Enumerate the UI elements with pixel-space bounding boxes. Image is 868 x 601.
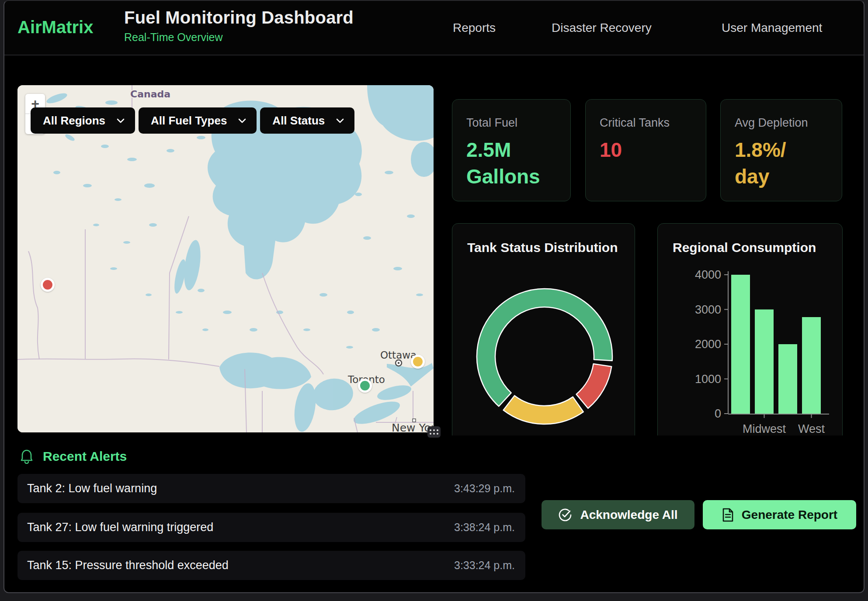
- brand-logo: AirMatrix: [17, 17, 93, 37]
- map-resize-handle[interactable]: [427, 426, 441, 438]
- chevron-down-icon: [117, 118, 125, 123]
- svg-text:2000: 2000: [695, 338, 721, 351]
- alert-row[interactable]: Tank 27: Low fuel warning triggered 3:38…: [17, 513, 525, 542]
- acknowledge-all-label: Acknowledge All: [580, 508, 677, 522]
- bell-icon: [20, 449, 33, 464]
- alert-text: Tank 27: Low fuel warning triggered: [27, 521, 213, 534]
- chevron-down-icon: [336, 118, 344, 123]
- map-label-canada: Canada: [130, 89, 170, 100]
- alert-row[interactable]: Tank 15: Pressure threshold exceeded 3:3…: [17, 551, 525, 580]
- check-circle-icon: [558, 508, 572, 522]
- alert-text: Tank 15: Pressure threshold exceeded: [27, 559, 229, 572]
- nav-disaster-recovery[interactable]: Disaster Recovery: [552, 21, 652, 35]
- svg-text:Midwest: Midwest: [743, 422, 786, 435]
- donut-chart-card: Tank Status Distribution: [452, 223, 635, 435]
- alert-timestamp: 3:38:24 p.m.: [454, 521, 515, 534]
- svg-text:1000: 1000: [695, 373, 721, 386]
- fuel-type-filter-value: All Fuel Types: [151, 114, 227, 128]
- stat-value-total-fuel: 2.5M Gallons: [466, 137, 556, 190]
- bar-chart-title: Regional Consumption: [673, 240, 816, 255]
- svg-text:West: West: [798, 422, 825, 435]
- generate-report-button[interactable]: Generate Report: [703, 500, 856, 529]
- report-document-icon: [722, 508, 734, 522]
- stat-card-avg-depletion: Avg Depletion 1.8%/ day: [720, 99, 842, 201]
- alert-timestamp: 3:33:24 p.m.: [454, 559, 515, 572]
- fuel-type-filter-dropdown[interactable]: All Fuel Types: [139, 107, 257, 134]
- dashboard-window: AirMatrix Fuel Monitoring Dashboard Real…: [3, 0, 865, 593]
- donut-chart-title: Tank Status Distribution: [467, 240, 618, 255]
- nav-reports[interactable]: Reports: [453, 21, 496, 35]
- stat-label: Total Fuel: [466, 116, 556, 130]
- region-filter-dropdown[interactable]: All Regions: [31, 107, 135, 134]
- map-filters: All Regions All Fuel Types All Status: [31, 107, 354, 134]
- alert-row[interactable]: Tank 2: Low fuel warning 3:43:29 p.m.: [17, 474, 525, 503]
- alerts-heading: Recent Alerts: [20, 449, 127, 464]
- svg-text:4000: 4000: [695, 268, 721, 281]
- svg-text:3000: 3000: [695, 303, 721, 316]
- header: AirMatrix Fuel Monitoring Dashboard Real…: [4, 1, 864, 55]
- title-block: Fuel Monitoring Dashboard Real-Time Over…: [124, 8, 354, 44]
- alerts-heading-text: Recent Alerts: [43, 449, 127, 464]
- regional-consumption-bar-chart: 01000200030004000MidwestWest: [658, 224, 843, 435]
- alert-timestamp: 3:43:29 p.m.: [454, 482, 515, 495]
- charts-row: Tank Status Distribution Regional Consum…: [4, 223, 864, 435]
- chevron-down-icon: [238, 118, 246, 123]
- status-filter-value: All Status: [272, 114, 325, 128]
- svg-text:0: 0: [715, 407, 721, 420]
- bar-chart-card: Regional Consumption 01000200030004000Mi…: [657, 223, 843, 435]
- stat-value-critical-tanks: 10: [600, 137, 692, 163]
- region-filter-value: All Regions: [43, 114, 105, 128]
- stat-card-critical-tanks: Critical Tanks 10: [585, 99, 706, 201]
- tank-status-donut-chart: [452, 224, 635, 435]
- status-filter-dropdown[interactable]: All Status: [260, 107, 354, 134]
- alert-text: Tank 2: Low fuel warning: [27, 482, 157, 495]
- page-title: Fuel Monitoring Dashboard: [124, 8, 354, 28]
- stat-label: Critical Tanks: [600, 116, 692, 130]
- stat-value-avg-depletion: 1.8%/ day: [735, 137, 828, 190]
- page-subtitle: Real-Time Overview: [124, 31, 354, 44]
- nav-user-management[interactable]: User Management: [722, 21, 822, 35]
- acknowledge-all-button[interactable]: Acknowledge All: [542, 500, 694, 529]
- stat-label: Avg Depletion: [735, 116, 828, 130]
- stat-card-total-fuel: Total Fuel 2.5M Gallons: [452, 99, 571, 201]
- generate-report-label: Generate Report: [742, 508, 837, 522]
